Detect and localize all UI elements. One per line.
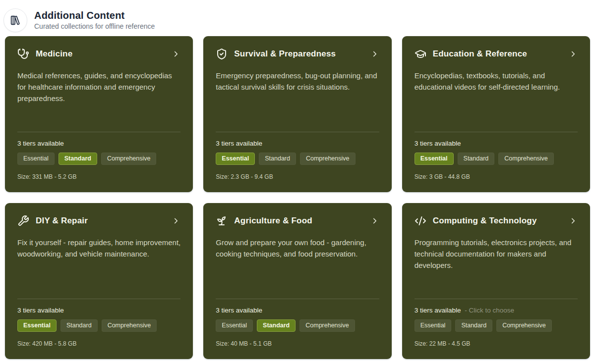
library-icon [3, 8, 27, 32]
divider [17, 132, 180, 132]
category-card-agriculture-food[interactable]: Agriculture & Food Grow and prepare your… [203, 203, 391, 359]
tier-badge-standard[interactable]: Standard [458, 153, 495, 165]
category-card-medicine[interactable]: Medicine Medical references, guides, and… [5, 36, 193, 192]
tier-badge-comprehensive[interactable]: Comprehensive [496, 319, 552, 332]
card-description: Fix it yourself - repair guides, home im… [17, 237, 180, 260]
tier-badges: Essential Standard Comprehensive [216, 319, 379, 332]
chevron-right-icon [569, 216, 578, 225]
card-title: DIY & Repair [36, 216, 165, 226]
page-title: Additional Content [34, 10, 155, 21]
tiers-available-label: 3 tiers available [17, 307, 180, 314]
tier-badge-essential[interactable]: Essential [216, 153, 255, 165]
size-range: Size: 420 MB - 5.8 GB [17, 340, 180, 347]
page-subtitle: Curated collections for offline referenc… [34, 22, 155, 30]
size-range: Size: 3 GB - 44.8 GB [415, 173, 578, 180]
tier-badge-comprehensive[interactable]: Comprehensive [498, 153, 554, 165]
chevron-right-icon [370, 50, 379, 58]
size-range: Size: 2.3 GB - 9.4 GB [216, 173, 379, 180]
tier-badges: Essential Standard Comprehensive [17, 153, 180, 165]
tier-badge-comprehensive[interactable]: Comprehensive [300, 153, 356, 165]
tier-badge-standard[interactable]: Standard [257, 319, 296, 332]
tier-badge-essential[interactable]: Essential [415, 319, 452, 332]
category-card-computing-technology[interactable]: Computing & Technology Programming tutor… [402, 203, 590, 359]
sprout-icon [216, 215, 228, 227]
tiers-available-label: 3 tiers available [17, 140, 180, 147]
tier-badge-essential[interactable]: Essential [17, 319, 57, 332]
wrench-icon [17, 215, 29, 227]
tier-badge-standard[interactable]: Standard [60, 319, 98, 332]
divider [415, 132, 578, 132]
size-range: Size: 22 MB - 4.5 GB [415, 340, 578, 347]
tiers-available-label: 3 tiers available [216, 307, 379, 314]
tiers-count: 3 tiers available [216, 140, 262, 147]
card-description: Encyclopedias, textbooks, tutorials, and… [415, 70, 578, 93]
card-title: Survival & Preparedness [234, 49, 363, 59]
card-title: Medicine [36, 49, 165, 59]
card-description: Programming tutorials, electronics proje… [415, 237, 578, 271]
chevron-right-icon [172, 50, 180, 58]
tiers-count: 3 tiers available [415, 307, 461, 314]
card-title: Agriculture & Food [234, 216, 363, 226]
divider [216, 132, 379, 132]
category-card-education-reference[interactable]: Education & Reference Encyclopedias, tex… [402, 36, 590, 192]
click-to-choose-hint: - Click to choose [465, 307, 514, 314]
tier-badges: Essential Standard Comprehensive [415, 153, 578, 165]
tier-badge-standard[interactable]: Standard [455, 319, 492, 332]
category-grid: Medicine Medical references, guides, and… [5, 36, 590, 359]
tier-badge-essential[interactable]: Essential [17, 153, 55, 165]
card-title: Education & Reference [433, 49, 562, 59]
card-title: Computing & Technology [433, 216, 562, 226]
divider [17, 299, 180, 299]
tiers-available-label: 3 tiers available - Click to choose [415, 307, 578, 314]
tier-badge-comprehensive[interactable]: Comprehensive [101, 153, 157, 165]
tier-badge-standard[interactable]: Standard [259, 153, 296, 165]
category-card-diy-repair[interactable]: DIY & Repair Fix it yourself - repair gu… [5, 203, 193, 359]
graduation-cap-icon [415, 48, 426, 60]
stethoscope-icon [17, 48, 29, 60]
chevron-right-icon [370, 216, 379, 225]
tiers-count: 3 tiers available [17, 140, 64, 147]
size-range: Size: 331 MB - 5.2 GB [17, 173, 180, 180]
tiers-available-label: 3 tiers available [415, 140, 578, 147]
card-description: Grow and prepare your own food - gardeni… [216, 237, 379, 260]
tier-badges: Essential Standard Comprehensive [216, 153, 379, 165]
chevron-right-icon [172, 216, 180, 225]
tier-badge-comprehensive[interactable]: Comprehensive [102, 319, 157, 332]
tier-badge-comprehensive[interactable]: Comprehensive [299, 319, 355, 332]
size-range: Size: 40 MB - 5.1 GB [216, 340, 379, 347]
tiers-count: 3 tiers available [415, 140, 461, 147]
category-card-survival-preparedness[interactable]: Survival & Preparedness Emergency prepar… [203, 36, 391, 192]
shield-check-icon [216, 48, 228, 60]
divider [216, 299, 379, 299]
tiers-count: 3 tiers available [216, 307, 262, 314]
tier-badge-standard[interactable]: Standard [59, 153, 97, 165]
card-description: Emergency preparedness, bug-out planning… [216, 70, 379, 93]
tier-badges: Essential Standard Comprehensive [17, 319, 180, 332]
tier-badges: Essential Standard Comprehensive [415, 319, 578, 332]
code-icon [415, 215, 426, 227]
tiers-count: 3 tiers available [17, 307, 64, 314]
tier-badge-essential[interactable]: Essential [415, 153, 454, 165]
tier-badge-essential[interactable]: Essential [216, 319, 253, 332]
chevron-right-icon [569, 50, 578, 58]
divider [415, 299, 578, 299]
page-header: Additional Content Curated collections f… [0, 0, 595, 35]
tiers-available-label: 3 tiers available [216, 140, 379, 147]
card-description: Medical references, guides, and encyclop… [17, 70, 180, 104]
